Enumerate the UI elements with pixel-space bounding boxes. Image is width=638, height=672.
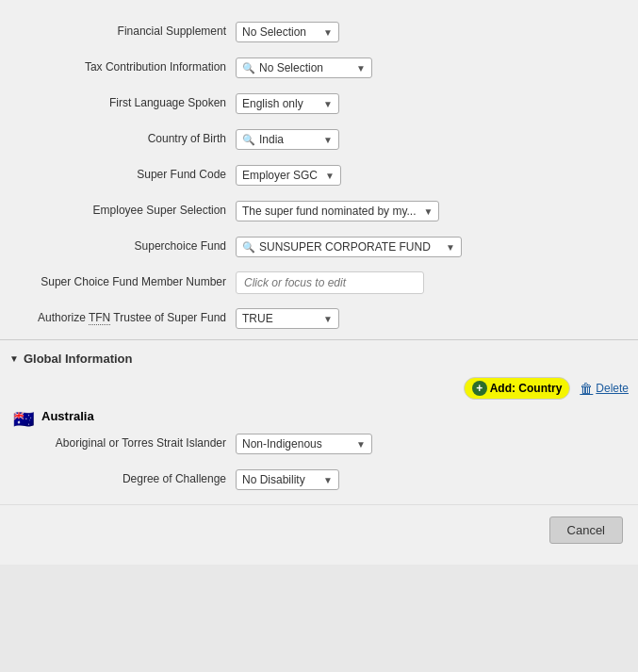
first-language-value: English only <box>242 97 303 110</box>
country-of-birth-control: 🔍 India ▼ <box>236 129 339 150</box>
australia-flag-icon: 🇦🇺 <box>13 409 34 423</box>
employee-super-row: Employee Super Selection The super fund … <box>0 196 638 226</box>
authorize-tfn-dropdown[interactable]: TRUE ▼ <box>236 308 339 329</box>
plus-icon: + <box>472 381 487 396</box>
first-language-dropdown[interactable]: English only ▼ <box>236 93 339 114</box>
degree-of-challenge-dropdown[interactable]: No Disability ▼ <box>236 469 339 490</box>
dropdown-arrow: ▼ <box>316 27 333 38</box>
member-number-input[interactable] <box>236 271 424 294</box>
dropdown-arrow: ▼ <box>316 314 333 324</box>
action-bar: + Add: Country 🗑 Delete <box>0 373 638 403</box>
country-of-birth-row: Country of Birth 🔍 India ▼ <box>0 124 638 155</box>
dropdown-arrow: ▼ <box>438 242 455 253</box>
financial-supplement-row: Financial Supplement No Selection ▼ <box>0 17 638 47</box>
aboriginal-control: Non-Indigenous ▼ <box>236 434 372 454</box>
country-header: 🇦🇺 Australia <box>0 403 638 429</box>
super-fund-code-row: Super Fund Code Employer SGC ▼ <box>0 160 638 190</box>
financial-supplement-label: Financial Supplement <box>9 25 236 40</box>
tax-contribution-dropdown[interactable]: 🔍 No Selection ▼ <box>236 57 372 78</box>
add-country-button[interactable]: + Add: Country <box>464 377 571 400</box>
employee-super-control: The super fund nominated by my... ▼ <box>236 201 439 221</box>
first-language-label: First Language Spoken <box>9 96 236 111</box>
dropdown-arrow: ▼ <box>316 99 333 109</box>
member-number-control <box>236 271 424 294</box>
aboriginal-value: Non-Indigenous <box>242 437 322 451</box>
country-of-birth-label: Country of Birth <box>9 132 236 147</box>
delete-button[interactable]: 🗑 Delete <box>580 381 629 396</box>
authorize-tfn-value: TRUE <box>242 312 273 325</box>
superchoice-fund-dropdown[interactable]: 🔍 SUNSUPER CORPORATE FUND ▼ <box>236 237 462 257</box>
cancel-button[interactable]: Cancel <box>549 516 623 544</box>
degree-of-challenge-label: Degree of Challenge <box>9 472 236 487</box>
member-number-row: Super Choice Fund Member Number <box>0 268 638 298</box>
aboriginal-label: Aboriginal or Torres Strait Islander <box>9 436 236 451</box>
search-icon: 🔍 <box>242 134 255 146</box>
authorize-tfn-label: Authorize TFN Trustee of Super Fund <box>9 311 236 326</box>
add-country-label: Add: Country <box>490 382 563 395</box>
super-fund-code-control: Employer SGC ▼ <box>236 165 341 186</box>
employee-super-dropdown[interactable]: The super fund nominated by my... ▼ <box>236 201 439 221</box>
degree-of-challenge-control: No Disability ▼ <box>236 469 339 490</box>
authorize-tfn-control: TRUE ▼ <box>236 308 339 329</box>
superchoice-fund-control: 🔍 SUNSUPER CORPORATE FUND ▼ <box>236 237 462 257</box>
aboriginal-row: Aboriginal or Torres Strait Islander Non… <box>0 429 638 459</box>
super-fund-code-value: Employer SGC <box>242 169 318 182</box>
global-info-title: Global Information <box>24 352 133 366</box>
authorize-tfn-row: Authorize TFN Trustee of Super Fund TRUE… <box>0 303 638 334</box>
financial-supplement-value: No Selection <box>242 25 306 39</box>
super-fund-code-dropdown[interactable]: Employer SGC ▼ <box>236 165 341 186</box>
section-divider <box>0 339 638 340</box>
dropdown-arrow: ▼ <box>316 475 333 485</box>
search-icon: 🔍 <box>242 241 255 254</box>
dropdown-arrow: ▼ <box>417 206 434 217</box>
tax-contribution-label: Tax Contribution Information <box>9 60 236 75</box>
form-container: Financial Supplement No Selection ▼ Tax … <box>0 0 638 565</box>
degree-of-challenge-value: No Disability <box>242 473 305 486</box>
search-icon: 🔍 <box>242 62 255 74</box>
superchoice-fund-label: Superchoice Fund <box>9 239 236 254</box>
employee-super-label: Employee Super Selection <box>9 204 236 219</box>
aboriginal-dropdown[interactable]: Non-Indigenous ▼ <box>236 434 372 454</box>
global-info-header[interactable]: ▼ Global Information <box>0 344 638 373</box>
delete-label: Delete <box>596 382 629 395</box>
country-name: Australia <box>41 409 94 423</box>
trash-icon: 🗑 <box>580 381 593 396</box>
dropdown-arrow: ▼ <box>318 171 335 181</box>
superchoice-fund-row: Superchoice Fund 🔍 SUNSUPER CORPORATE FU… <box>0 232 638 262</box>
dropdown-arrow: ▼ <box>349 439 366 450</box>
member-number-label: Super Choice Fund Member Number <box>9 275 236 290</box>
collapse-icon: ▼ <box>9 353 19 364</box>
super-fund-code-label: Super Fund Code <box>9 168 236 183</box>
tax-contribution-row: Tax Contribution Information 🔍 No Select… <box>0 53 638 83</box>
degree-of-challenge-row: Degree of Challenge No Disability ▼ <box>0 465 638 495</box>
dropdown-arrow: ▼ <box>349 63 366 74</box>
first-language-row: First Language Spoken English only ▼ <box>0 89 638 119</box>
financial-supplement-dropdown[interactable]: No Selection ▼ <box>236 22 339 42</box>
first-language-control: English only ▼ <box>236 93 339 114</box>
employee-super-value: The super fund nominated by my... <box>242 205 417 218</box>
country-of-birth-dropdown[interactable]: 🔍 India ▼ <box>236 129 339 150</box>
dropdown-arrow: ▼ <box>316 135 333 145</box>
financial-supplement-control: No Selection ▼ <box>236 22 339 42</box>
country-of-birth-value: India <box>259 133 284 146</box>
tax-contribution-control: 🔍 No Selection ▼ <box>236 57 372 78</box>
tax-contribution-value: No Selection <box>259 61 323 74</box>
superchoice-fund-value: SUNSUPER CORPORATE FUND <box>259 240 431 254</box>
form-footer: Cancel <box>0 504 638 555</box>
